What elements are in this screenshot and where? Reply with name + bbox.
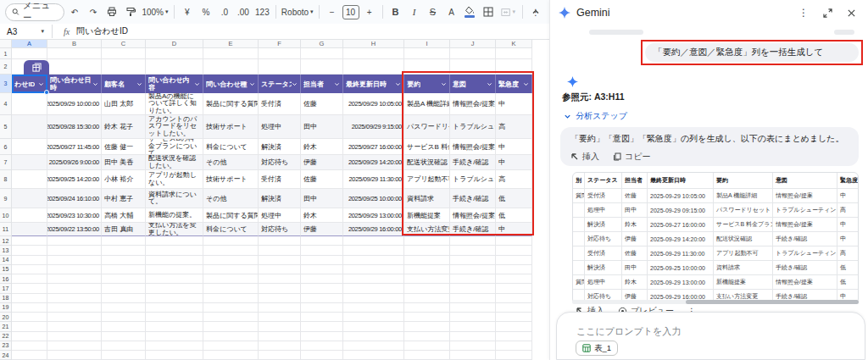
cell[interactable]: 手続き/確認 xyxy=(450,189,496,208)
cell[interactable] xyxy=(301,236,343,246)
cell[interactable] xyxy=(102,236,146,246)
row-number[interactable]: 8 xyxy=(0,170,12,189)
column-header-A[interactable]: A xyxy=(12,40,47,48)
cell[interactable] xyxy=(203,256,259,265)
cell[interactable] xyxy=(47,284,102,293)
cell[interactable] xyxy=(102,341,146,351)
cell[interactable]: その他 xyxy=(203,155,259,170)
borders-button[interactable] xyxy=(480,3,497,21)
cell[interactable] xyxy=(259,322,301,331)
column-header-K[interactable]: K xyxy=(496,40,532,48)
cell[interactable] xyxy=(301,246,343,255)
cell[interactable] xyxy=(12,341,47,351)
cell[interactable]: 対応待ち xyxy=(259,155,301,170)
cell[interactable] xyxy=(301,332,343,341)
cell[interactable]: 鈴木 花子 xyxy=(102,115,146,139)
cell[interactable] xyxy=(404,59,450,75)
cell[interactable] xyxy=(102,59,146,75)
row-number[interactable]: 5 xyxy=(0,115,12,139)
cell[interactable]: 製品A 機能詳細 xyxy=(404,93,450,115)
cell[interactable]: 高 xyxy=(496,115,532,139)
cell[interactable] xyxy=(301,294,343,303)
cell[interactable] xyxy=(146,294,203,303)
cell[interactable]: 製品に関する質問 xyxy=(203,93,259,115)
prompt-input-placeholder[interactable]: ここにプロンプトを入力 xyxy=(576,325,681,338)
cell[interactable] xyxy=(404,294,450,303)
cell[interactable]: 2025/09/28 15:30:00 xyxy=(47,115,102,139)
cell[interactable] xyxy=(47,351,102,360)
fill-handle[interactable] xyxy=(44,90,49,95)
cell[interactable] xyxy=(146,256,203,265)
row-number[interactable]: 21 xyxy=(0,322,12,331)
cell[interactable]: 中 xyxy=(496,155,532,170)
cell[interactable]: 2025/09/24 16:10:00 xyxy=(47,189,102,208)
row-number[interactable]: 23 xyxy=(0,341,12,351)
cell[interactable] xyxy=(203,332,259,341)
cell[interactable] xyxy=(102,322,146,331)
column-header-G[interactable]: G xyxy=(301,40,343,48)
cell[interactable] xyxy=(146,236,203,246)
cell[interactable] xyxy=(12,223,47,236)
cell[interactable]: 2025/09/29 14:20:00 xyxy=(343,155,404,170)
cell[interactable] xyxy=(12,93,47,115)
cell[interactable]: 支払い方法を変更したい。 xyxy=(146,223,203,236)
cell[interactable] xyxy=(47,265,102,274)
cell[interactable] xyxy=(343,313,404,322)
row-number[interactable]: 24 xyxy=(0,351,12,360)
close-panel-button[interactable] xyxy=(843,4,860,21)
table-header-cell[interactable]: 担当者 xyxy=(301,75,343,93)
cell[interactable] xyxy=(146,274,203,284)
cell[interactable] xyxy=(12,322,47,331)
cell[interactable] xyxy=(496,332,532,341)
cell[interactable] xyxy=(301,351,343,360)
cell[interactable] xyxy=(404,246,450,255)
cell[interactable] xyxy=(301,341,343,351)
strikethrough-button[interactable]: S xyxy=(424,3,441,21)
cell[interactable] xyxy=(203,236,259,246)
number-format-button[interactable]: 123 xyxy=(253,3,271,21)
cell[interactable] xyxy=(146,246,203,255)
cell[interactable] xyxy=(404,274,450,284)
cell[interactable] xyxy=(203,322,259,331)
cell[interactable] xyxy=(12,189,47,208)
table-header-cell[interactable]: 意図 xyxy=(450,75,496,93)
cell[interactable]: トラブルシューティング xyxy=(450,170,496,189)
cell[interactable]: 山田 太郎 xyxy=(102,93,146,115)
fill-color-button[interactable] xyxy=(461,3,478,21)
cell[interactable] xyxy=(450,284,496,293)
cell[interactable] xyxy=(404,265,450,274)
cell[interactable] xyxy=(496,236,532,246)
column-header-J[interactable]: J xyxy=(450,40,496,48)
column-header-F[interactable]: F xyxy=(259,40,301,48)
cell[interactable] xyxy=(47,303,102,313)
cell[interactable] xyxy=(146,48,203,59)
cell[interactable] xyxy=(404,322,450,331)
cell[interactable] xyxy=(496,274,532,284)
column-header-C[interactable]: C xyxy=(102,40,146,48)
column-header-H[interactable]: H xyxy=(343,40,404,48)
cell[interactable] xyxy=(259,236,301,246)
cell[interactable] xyxy=(146,351,203,360)
expand-panel-button[interactable] xyxy=(819,4,836,21)
cell[interactable] xyxy=(203,274,259,284)
table-attachment-chip[interactable]: 表_1 xyxy=(576,341,618,356)
cell[interactable] xyxy=(450,274,496,284)
table-horizontal-scrollbar[interactable] xyxy=(572,300,859,304)
cell[interactable]: 中村 恵子 xyxy=(102,189,146,208)
cell[interactable] xyxy=(496,246,532,255)
cell[interactable] xyxy=(259,246,301,255)
cell[interactable] xyxy=(12,294,47,303)
cell[interactable]: 高 xyxy=(496,170,532,189)
cell[interactable] xyxy=(102,313,146,322)
cell[interactable] xyxy=(12,351,47,360)
cell[interactable]: 佐藤 健一 xyxy=(102,139,146,155)
cell[interactable] xyxy=(404,236,450,246)
cell[interactable] xyxy=(12,236,47,246)
undo-button[interactable]: ↶ xyxy=(66,3,83,21)
analysis-steps-toggle[interactable]: 分析ステップ xyxy=(564,110,627,122)
cell[interactable] xyxy=(496,265,532,274)
column-header-E[interactable]: E xyxy=(203,40,259,48)
row-number[interactable]: 9 xyxy=(0,189,12,208)
cell[interactable]: 低 xyxy=(496,208,532,223)
cell[interactable] xyxy=(450,246,496,255)
